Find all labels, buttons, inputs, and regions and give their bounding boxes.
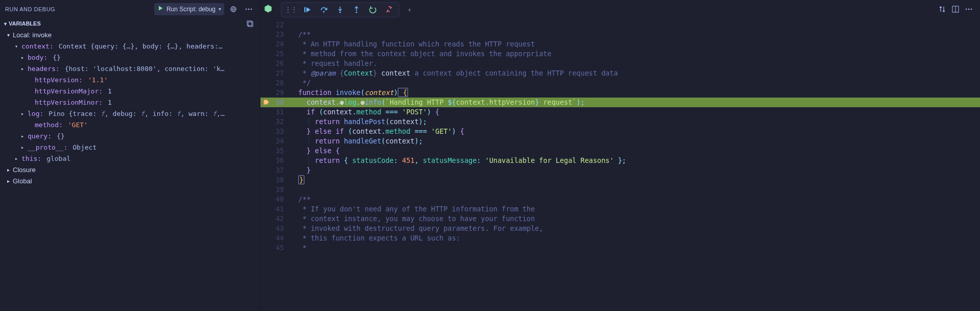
var-name: context <box>21 42 54 50</box>
restart-button[interactable] <box>365 3 380 16</box>
collapse-all-icon[interactable] <box>244 17 256 30</box>
var-value: {host: 'localhost:8080', connection: 'k… <box>65 65 225 73</box>
svg-rect-3 <box>247 21 252 26</box>
line-number: 35 <box>260 146 293 156</box>
svg-rect-4 <box>248 22 253 27</box>
var-name: httpVersionMajor <box>35 87 103 95</box>
continue-button[interactable] <box>300 3 315 16</box>
more-icon[interactable] <box>243 3 255 15</box>
line-number: 33 <box>260 127 293 136</box>
code-line: 27 * @param {Context} context a context … <box>260 68 980 78</box>
line-number: 44 <box>260 233 293 243</box>
line-number: 32 <box>260 117 293 127</box>
chevron-left-icon[interactable]: ‹ <box>403 3 416 15</box>
code-editor[interactable]: 22 23/** 24 * An HTTP handling function … <box>260 15 980 311</box>
step-into-button[interactable] <box>332 3 348 16</box>
var-body[interactable]: ▸ body {} <box>0 52 260 63</box>
code-line: 44 * this function expects a URL such as… <box>260 233 980 243</box>
line-number: 37 <box>260 165 293 175</box>
step-over-button[interactable] <box>316 3 331 16</box>
code-line: 29function invoke(context) { <box>260 88 980 98</box>
var-httpVersionMajor[interactable]: httpVersionMajor 1 <box>0 85 260 97</box>
more-icon[interactable] <box>963 3 975 15</box>
code-line: 35 } else { <box>260 146 980 156</box>
code-line: 34 │ return handleGet(context); <box>260 136 980 146</box>
disconnect-button[interactable] <box>381 3 397 16</box>
code-line: 41 * If you don't need any of the HTTP i… <box>260 204 980 214</box>
chevron-right-icon: ▸ <box>19 66 26 71</box>
scope-closure[interactable]: ▸ Closure <box>0 164 260 175</box>
section-title: VARIABLES <box>9 20 41 27</box>
var-value: {} <box>53 54 61 61</box>
line-number: 31 <box>260 107 293 117</box>
chevron-down-icon: ▾ <box>7 32 10 38</box>
chevron-down-icon: ▾ <box>4 21 7 27</box>
var-headers[interactable]: ▸ headers {host: 'localhost:8080', conne… <box>0 63 260 74</box>
scope-global[interactable]: ▸ Global <box>0 175 260 186</box>
chevron-right-icon: ▸ <box>19 111 26 116</box>
line-number: 41 <box>260 204 293 214</box>
line-number: 43 <box>260 224 293 233</box>
var-name: httpVersion <box>35 76 83 84</box>
code-line: 33 } else if (context.method === 'GET') … <box>260 127 980 136</box>
chevron-right-icon: ▸ <box>7 178 10 184</box>
chevron-right-icon: ▸ <box>19 55 26 60</box>
sidebar-title: RUN AND DEBUG <box>5 6 55 12</box>
grip-icon[interactable]: ⋮⋮ <box>283 3 299 16</box>
scope-local[interactable]: ▾ Local: invoke <box>0 29 260 40</box>
var-method[interactable]: method 'GET' <box>0 119 260 130</box>
code-line: 24 * An HTTP handling function which rea… <box>260 39 980 49</box>
var-proto[interactable]: ▸ __proto__ Object <box>0 141 260 153</box>
code-content: * context instance, you may choose to ha… <box>293 214 980 224</box>
var-httpVersionMinor[interactable]: httpVersionMinor 1 <box>0 97 260 108</box>
scope-label: Global <box>13 177 32 185</box>
code-line: 39 <box>260 185 980 195</box>
code-content: * this function expects a URL such as: <box>293 233 980 243</box>
code-content: /** <box>293 195 980 204</box>
svg-point-1 <box>248 8 250 10</box>
var-httpVersion[interactable]: httpVersion '1.1' <box>0 74 260 85</box>
code-line: 43 * invoked with destructured query par… <box>260 224 980 233</box>
editor-fold-collapse: ‹ <box>403 3 416 15</box>
code-content: } else { <box>293 146 980 156</box>
line-number: 45 <box>260 243 293 253</box>
code-line: 22 <box>260 20 980 30</box>
editor-area: ⋮⋮ ‹ 22 23/** 24 * An HTTP handling func… <box>260 0 980 311</box>
svg-rect-5 <box>304 7 305 12</box>
var-value: {} <box>57 132 65 140</box>
var-name: __proto__ <box>28 143 67 151</box>
var-context[interactable]: ▾ context Context {query: {…}, body: {…}… <box>0 40 260 52</box>
var-query[interactable]: ▸ query {} <box>0 130 260 141</box>
svg-point-0 <box>246 8 247 10</box>
compare-changes-icon[interactable] <box>936 3 948 15</box>
code-content: * An HTTP handling function which reads … <box>293 39 980 49</box>
code-content: } <box>293 165 980 175</box>
svg-point-8 <box>356 12 357 13</box>
chevron-right-icon: ▸ <box>19 145 26 150</box>
code-content: * <box>293 243 980 253</box>
var-value: Object <box>73 143 97 151</box>
var-name: headers <box>28 65 60 73</box>
gear-icon[interactable] <box>227 3 240 15</box>
line-number: 34 <box>260 136 293 146</box>
split-editor-icon[interactable] <box>949 3 962 15</box>
variables-section-header[interactable]: ▾ VARIABLES <box>0 18 260 29</box>
chevron-right-icon: ▸ <box>13 156 19 161</box>
chevron-down-icon: ▾ <box>219 6 221 12</box>
var-name: this <box>21 155 41 162</box>
svg-point-6 <box>323 11 325 13</box>
code-content: function invoke(context) { <box>293 88 980 98</box>
line-number: 42 <box>260 214 293 224</box>
svg-point-13 <box>971 9 972 10</box>
step-out-button[interactable] <box>349 3 364 16</box>
line-number: 30 <box>260 98 293 107</box>
code-line: 45 * <box>260 243 980 253</box>
var-this[interactable]: ▸ this global <box>0 153 260 164</box>
code-line: 38} <box>260 175 980 185</box>
line-number: 26 <box>260 59 293 68</box>
play-icon <box>157 5 163 13</box>
run-config-selector[interactable]: Run Script: debug ▾ <box>154 3 224 15</box>
var-log[interactable]: ▸ log Pino {trace: f, debug: f, info: f,… <box>0 108 260 119</box>
code-content: /** <box>293 30 980 39</box>
chevron-right-icon: ▸ <box>19 133 26 139</box>
